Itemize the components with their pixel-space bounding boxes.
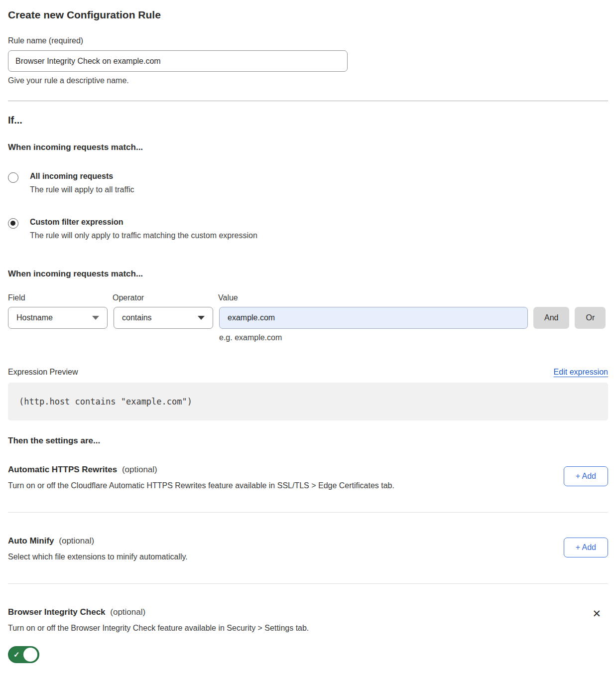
- expression-builder-labels: Field Operator Value: [8, 293, 608, 302]
- setting-description: Turn on or off the Cloudflare Automatic …: [8, 481, 394, 490]
- setting-card-texts: Browser Integrity Check (optional) Turn …: [8, 607, 309, 663]
- expression-preview-label: Expression Preview: [8, 368, 78, 377]
- radio-option-custom-filter-expression[interactable]: Custom filter expression The rule will o…: [8, 218, 608, 240]
- create-configuration-rule-form: Create new Configuration Rule Rule name …: [0, 0, 616, 673]
- section-divider: [8, 101, 608, 101]
- value-label: Value: [218, 293, 608, 302]
- radio-option-description: The rule will only apply to traffic matc…: [30, 231, 257, 240]
- expression-builder-heading: When incoming requests match...: [8, 269, 608, 279]
- field-select-value: Hostname: [16, 313, 53, 322]
- setting-card-texts: Auto Minify (optional) Select which file…: [8, 536, 188, 561]
- expression-code-text: (http.host contains "example.com"): [19, 397, 192, 407]
- toggle-knob[interactable]: [23, 648, 37, 662]
- setting-title: Auto Minify: [8, 536, 54, 546]
- section-divider: [8, 512, 608, 513]
- rule-name-label: Rule name (required): [8, 36, 608, 45]
- or-button[interactable]: Or: [575, 307, 606, 329]
- rule-name-help: Give your rule a descriptive name.: [8, 76, 608, 85]
- and-button[interactable]: And: [533, 307, 569, 329]
- setting-card-automatic-https-rewrites: Automatic HTTPS Rewrites (optional) Turn…: [8, 465, 608, 512]
- field-select[interactable]: Hostname: [8, 307, 108, 329]
- setting-title: Automatic HTTPS Rewrites: [8, 465, 117, 474]
- expression-preview-code: (http.host contains "example.com"): [8, 383, 608, 420]
- value-hint: e.g. example.com: [219, 333, 608, 342]
- setting-optional-tag: (optional): [110, 607, 145, 617]
- operator-select-value: contains: [122, 313, 152, 322]
- expression-preview-row: Expression Preview Edit expression: [8, 368, 608, 377]
- close-icon[interactable]: ✕: [589, 607, 604, 620]
- chevron-down-icon: [92, 316, 99, 320]
- rule-name-input[interactable]: [8, 50, 348, 72]
- section-divider: [8, 583, 608, 584]
- radio-option-description: The rule will apply to all traffic: [30, 185, 134, 194]
- match-heading: When incoming requests match...: [8, 142, 608, 152]
- browser-integrity-check-toggle[interactable]: ✓: [8, 646, 39, 663]
- value-input[interactable]: [219, 307, 528, 329]
- radio-button-selected-icon[interactable]: [8, 218, 18, 229]
- expression-builder-row: Hostname contains And Or: [8, 307, 608, 329]
- add-automatic-https-rewrites-button[interactable]: + Add: [564, 466, 608, 486]
- chevron-down-icon: [198, 316, 205, 320]
- radio-option-label: Custom filter expression: [30, 218, 257, 227]
- setting-description: Turn on or off the Browser Integrity Che…: [8, 624, 309, 633]
- edit-expression-link[interactable]: Edit expression: [554, 368, 608, 377]
- operator-label: Operator: [113, 293, 218, 302]
- setting-card-auto-minify: Auto Minify (optional) Select which file…: [8, 536, 608, 583]
- operator-select[interactable]: contains: [114, 307, 213, 329]
- setting-description: Select which file extensions to minify a…: [8, 552, 188, 561]
- radio-option-all-incoming-requests[interactable]: All incoming requests The rule will appl…: [8, 172, 608, 194]
- setting-card-texts: Automatic HTTPS Rewrites (optional) Turn…: [8, 465, 394, 490]
- setting-card-browser-integrity-check: Browser Integrity Check (optional) Turn …: [8, 607, 608, 663]
- radio-option-label: All incoming requests: [30, 172, 134, 181]
- check-icon: ✓: [13, 650, 20, 659]
- radio-button-icon[interactable]: [8, 172, 18, 183]
- setting-title: Browser Integrity Check: [8, 607, 106, 617]
- setting-optional-tag: (optional): [122, 465, 157, 474]
- if-heading: If...: [8, 115, 608, 126]
- settings-heading: Then the settings are...: [8, 436, 608, 446]
- setting-optional-tag: (optional): [59, 536, 94, 546]
- add-auto-minify-button[interactable]: + Add: [564, 538, 608, 557]
- field-label: Field: [8, 293, 113, 302]
- page-title: Create new Configuration Rule: [8, 0, 608, 21]
